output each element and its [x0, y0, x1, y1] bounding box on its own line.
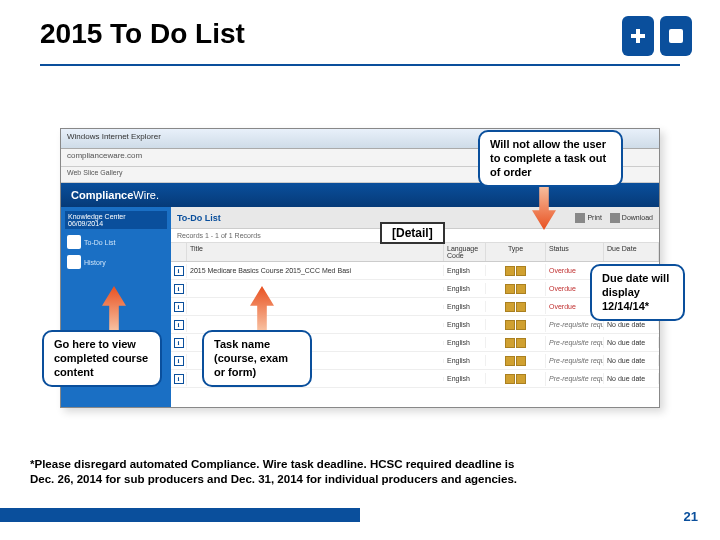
table-row[interactable]: i2015 Medicare Basics Course 2015_CCC Me…: [171, 262, 659, 280]
row-due: No due date: [604, 355, 659, 366]
doc-icon: [505, 320, 515, 330]
row-type: [486, 354, 546, 368]
col-type: Type: [486, 243, 546, 261]
col-due: Due Date: [604, 243, 659, 261]
slide-header: 2015 To Do List: [0, 0, 720, 58]
doc-icon: [516, 374, 526, 384]
sidebar-title: Knowledge Center 06/09/2014: [65, 211, 167, 229]
doc-icon: [505, 302, 515, 312]
sidebar-item-history[interactable]: History: [65, 252, 167, 272]
slide-footnote: *Please disregard automated Compliance. …: [30, 457, 690, 488]
doc-icon: [516, 338, 526, 348]
callout-history: Go here to view completed course content: [42, 330, 162, 387]
brand-suffix: Wire.: [133, 189, 159, 201]
blue-shield-icon: [660, 16, 692, 56]
row-status: Pre-requisite required: [546, 355, 604, 366]
doc-icon: [516, 356, 526, 366]
doc-icon: [516, 266, 526, 276]
slide-title: 2015 To Do List: [40, 18, 680, 50]
footer-accent-bar: [0, 508, 360, 522]
page-number: 21: [684, 509, 698, 524]
row-type: [486, 300, 546, 314]
brand-name: Compliance: [71, 189, 133, 201]
doc-icon: [505, 284, 515, 294]
info-icon[interactable]: i: [174, 356, 184, 366]
callout-task-name: Task name (course, exam or form): [202, 330, 312, 387]
detail-callout-label: [Detail]: [380, 222, 445, 244]
row-status: Pre-requisite required: [546, 373, 604, 384]
row-lang: English: [444, 265, 486, 276]
doc-icon: [505, 338, 515, 348]
table-row[interactable]: iEnglishOverdue: [171, 298, 659, 316]
row-lang: English: [444, 319, 486, 330]
brand-logos: [622, 16, 692, 56]
row-lang: English: [444, 373, 486, 384]
doc-icon: [516, 302, 526, 312]
row-title: [187, 323, 444, 327]
info-icon[interactable]: i: [174, 338, 184, 348]
info-icon[interactable]: i: [174, 284, 184, 294]
col-lang: Language Code: [444, 243, 486, 261]
row-type: [486, 318, 546, 332]
row-lang: English: [444, 355, 486, 366]
checklist-icon: [67, 235, 81, 249]
row-type: [486, 264, 546, 278]
history-icon: [67, 255, 81, 269]
title-rule: [40, 64, 680, 66]
print-icon: [575, 213, 585, 223]
row-title: [187, 305, 444, 309]
doc-icon: [516, 284, 526, 294]
doc-icon: [505, 374, 515, 384]
col-status: Status: [546, 243, 604, 261]
main-header-title: To-Do List: [177, 213, 221, 223]
row-type: [486, 372, 546, 386]
print-link[interactable]: Print: [575, 213, 601, 223]
row-title: [187, 287, 444, 291]
doc-icon: [516, 320, 526, 330]
table-row[interactable]: iEnglishOverdue: [171, 280, 659, 298]
info-icon[interactable]: i: [174, 302, 184, 312]
callout-due-date: Due date will display 12/14/14*: [590, 264, 685, 321]
table-header-row: Title Language Code Type Status Due Date: [171, 243, 659, 262]
download-icon: [610, 213, 620, 223]
info-icon[interactable]: i: [174, 320, 184, 330]
row-type: [486, 282, 546, 296]
row-status: Pre-requisite required: [546, 337, 604, 348]
doc-icon: [505, 266, 515, 276]
info-icon[interactable]: i: [174, 266, 184, 276]
row-lang: English: [444, 301, 486, 312]
col-icon: [171, 243, 187, 261]
callout-out-of-order: Will not allow the user to complete a ta…: [478, 130, 623, 187]
row-lang: English: [444, 283, 486, 294]
row-title: 2015 Medicare Basics Course 2015_CCC Med…: [187, 265, 444, 276]
row-status: Pre-requisite required: [546, 319, 604, 330]
doc-icon: [505, 356, 515, 366]
sidebar-item-todo[interactable]: To-Do List: [65, 232, 167, 252]
info-icon[interactable]: i: [174, 374, 184, 384]
row-due: No due date: [604, 373, 659, 384]
row-due: No due date: [604, 337, 659, 348]
row-lang: English: [444, 337, 486, 348]
blue-cross-icon: [622, 16, 654, 56]
row-type: [486, 336, 546, 350]
download-link[interactable]: Download: [610, 213, 653, 223]
col-title: Title: [187, 243, 444, 261]
